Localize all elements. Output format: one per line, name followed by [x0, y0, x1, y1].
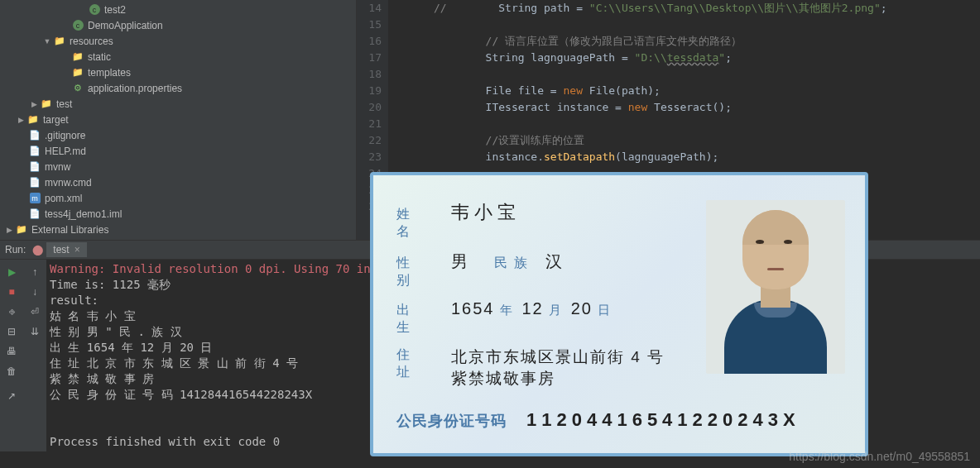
- tree-item-test[interactable]: ▶📁test: [0, 96, 356, 112]
- id-value-birth-d: 20: [571, 299, 593, 318]
- scroll-end-button[interactable]: ⇊: [26, 322, 44, 341]
- id-value-sex: 男: [451, 251, 469, 273]
- run-label: Run:: [5, 244, 26, 255]
- tree-label: .gitignore: [45, 130, 85, 141]
- folder-icon: 📁: [40, 98, 53, 111]
- folder-icon: 📁: [15, 223, 28, 236]
- file-icon: 📄: [28, 160, 41, 174]
- code-line[interactable]: [395, 17, 980, 33]
- code-line[interactable]: // 语言库位置（修改为跟自己语言库文件夹的路径）: [395, 33, 980, 50]
- tree-item-scratches-and-consoles[interactable]: 📄Scratches and Consoles: [0, 237, 356, 240]
- run-toolbar-left: ▶ ■ ⎆ ⊟ 🖶 🗑 ↗: [0, 260, 23, 451]
- tree-item-application-properties[interactable]: ⚙application.properties: [0, 80, 356, 96]
- code-line[interactable]: [395, 66, 980, 83]
- file-icon: 📄: [28, 145, 41, 158]
- tree-item-templates[interactable]: 📁templates: [0, 64, 356, 80]
- gutter-line: 21: [357, 116, 382, 132]
- tree-item-target[interactable]: ▶📁target: [0, 112, 356, 127]
- id-unit-year: 年: [500, 303, 512, 318]
- id-label-number: 公民身份证号码: [396, 411, 507, 431]
- folder-icon: 📁: [71, 50, 84, 64]
- id-value-number: 11204416541220243X: [526, 409, 800, 431]
- gutter-line: 20: [357, 99, 382, 116]
- run-tab-icon: ⬤: [32, 244, 43, 255]
- watermark: https://blog.csdn.net/m0_49558851: [789, 450, 970, 463]
- tree-label: pom.xml: [45, 193, 82, 204]
- tree-item-mvnw[interactable]: 📄mvnw: [0, 159, 356, 174]
- project-tree[interactable]: ctest2cDemoApplication▼📁resources📁static…: [0, 0, 357, 240]
- id-card-image: 姓 名 韦小宝 性 别 男 民 族 汉 出 生 1654 年 12 月 20 日…: [370, 172, 868, 456]
- gutter-line: 19: [357, 83, 382, 99]
- tree-label: resources: [70, 36, 113, 47]
- code-line[interactable]: //设置训练库的位置: [395, 132, 980, 149]
- tree-label: mvnw.cmd: [45, 177, 92, 189]
- run-tab[interactable]: test ×: [46, 242, 86, 257]
- file-icon: 📄: [3, 239, 17, 241]
- chevron-icon[interactable]: ▼: [41, 37, 53, 45]
- file-icon: 📄: [28, 176, 41, 189]
- stop-button[interactable]: ■: [2, 283, 21, 301]
- rerun-button[interactable]: ▶: [2, 263, 21, 281]
- tree-label: test2: [104, 4, 126, 16]
- code-line[interactable]: instance.setDatapath(lagnguagePath);: [395, 149, 980, 165]
- tree-label: application.properties: [88, 83, 182, 94]
- code-line[interactable]: // String path = "C:\\Users\\Tang\\Deskt…: [395, 0, 980, 17]
- scroll-down-button[interactable]: ↓: [26, 283, 44, 301]
- tree-item-pom-xml[interactable]: mpom.xml: [0, 190, 356, 206]
- properties-icon: ⚙: [71, 82, 84, 95]
- tree-label: DemoApplication: [88, 20, 163, 31]
- softwrap-button[interactable]: ⏎: [26, 303, 44, 321]
- delete-button[interactable]: 🗑: [2, 362, 21, 380]
- code-line[interactable]: [395, 116, 980, 132]
- tree-item-mvnw-cmd[interactable]: 📄mvnw.cmd: [0, 174, 356, 190]
- tree-item-resources[interactable]: ▼📁resources: [0, 33, 356, 49]
- print-button[interactable]: 🖶: [2, 342, 21, 361]
- folder-icon: 📁: [53, 35, 66, 48]
- gutter-line: 18: [357, 66, 382, 83]
- id-label-nation: 民 族: [494, 255, 529, 272]
- layout-button[interactable]: ⊟: [2, 322, 21, 341]
- gutter-line: 17: [357, 50, 382, 66]
- chevron-icon[interactable]: ▶: [3, 226, 15, 234]
- tree-label: static: [88, 51, 111, 63]
- tree-item-help-md[interactable]: 📄HELP.md: [0, 143, 356, 159]
- tree-item--gitignore[interactable]: 📄.gitignore: [0, 127, 356, 143]
- scroll-up-button[interactable]: ↑: [26, 263, 44, 281]
- id-label-birth: 出 生: [396, 302, 446, 337]
- tree-item-static[interactable]: 📁static: [0, 49, 356, 64]
- code-line[interactable]: ITesseract instance = new Tesseract();: [395, 99, 980, 116]
- code-line[interactable]: String lagnguagePath = "D:\\tessdata";: [395, 50, 980, 66]
- tree-label: test: [56, 98, 72, 110]
- id-unit-day: 日: [598, 303, 610, 318]
- tree-item-test2[interactable]: ctest2: [0, 2, 356, 17]
- code-line[interactable]: File file = new File(path);: [395, 83, 980, 99]
- id-value-addr2: 紫禁城敬事房: [451, 370, 555, 387]
- file-icon: 📄: [28, 129, 41, 142]
- id-value-nation: 汉: [545, 251, 564, 273]
- id-label-name: 姓 名: [396, 206, 446, 241]
- gutter-line: 16: [357, 33, 382, 50]
- chevron-icon[interactable]: ▶: [15, 116, 26, 124]
- gutter-line: 14: [357, 0, 382, 17]
- tree-item-tess4j-demo1-iml[interactable]: 📄tess4j_demo1.iml: [0, 206, 356, 222]
- id-unit-month: 月: [549, 303, 561, 318]
- debug-button[interactable]: ⎆: [2, 303, 21, 321]
- tree-label: target: [43, 114, 69, 126]
- id-label-addr: 住 址: [396, 346, 446, 381]
- class-icon: c: [89, 4, 100, 15]
- tree-item-external-libraries[interactable]: ▶📁External Libraries: [0, 222, 356, 237]
- chevron-icon[interactable]: ▶: [28, 100, 40, 108]
- id-value-name: 韦小宝: [451, 200, 521, 225]
- close-icon[interactable]: ×: [74, 244, 80, 255]
- pin-button[interactable]: ↗: [2, 387, 21, 405]
- tree-label: templates: [88, 67, 131, 79]
- folder-icon: 📁: [26, 113, 40, 127]
- id-photo: [706, 200, 845, 374]
- tree-label: Scratches and Consoles: [20, 240, 127, 241]
- tree-item-demoapplication[interactable]: cDemoApplication: [0, 17, 356, 33]
- tree-label: mvnw: [45, 161, 70, 173]
- id-label-sex: 性 别: [396, 255, 446, 289]
- gutter-line: 23: [357, 149, 382, 165]
- tree-label: External Libraries: [31, 224, 108, 236]
- tree-label: tess4j_demo1.iml: [45, 208, 122, 220]
